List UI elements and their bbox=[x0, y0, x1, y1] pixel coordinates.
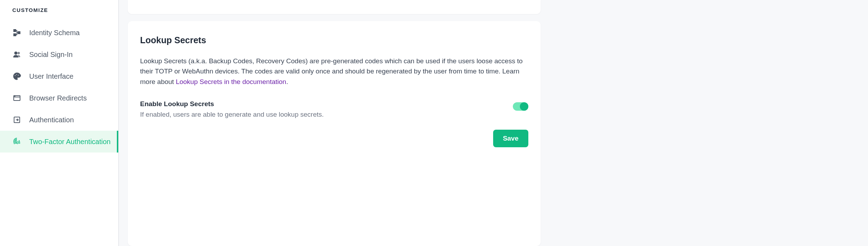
svg-rect-2 bbox=[18, 32, 20, 34]
lookup-secrets-card: Lookup Secrets Lookup Secrets (a.k.a. Ba… bbox=[128, 21, 541, 246]
sidebar-section-header: CUSTOMIZE bbox=[0, 4, 118, 22]
svg-point-4 bbox=[18, 52, 20, 54]
sidebar-item-identity-schema[interactable]: Identity Schema bbox=[0, 22, 118, 44]
sidebar-item-authentication[interactable]: Authentication bbox=[0, 109, 118, 131]
fingerprint-icon bbox=[12, 137, 21, 146]
sidebar-item-social-signin[interactable]: Social Sign-In bbox=[0, 44, 118, 65]
sidebar-item-label: User Interface bbox=[29, 72, 74, 80]
docs-link[interactable]: Lookup Secrets in the documentation bbox=[176, 78, 286, 85]
svg-point-7 bbox=[18, 75, 19, 76]
sidebar-item-label: Identity Schema bbox=[29, 29, 80, 37]
palette-icon bbox=[12, 72, 21, 81]
previous-card-edge bbox=[128, 0, 541, 14]
svg-point-3 bbox=[14, 52, 17, 54]
enable-lookup-setting: Enable Lookup Secrets If enabled, users … bbox=[140, 100, 528, 118]
sidebar-item-label: Social Sign-In bbox=[29, 51, 73, 59]
sidebar-item-label: Authentication bbox=[29, 116, 74, 124]
card-title: Lookup Secrets bbox=[140, 35, 528, 45]
right-gutter bbox=[549, 0, 868, 246]
svg-rect-1 bbox=[14, 34, 16, 36]
sidebar-item-user-interface[interactable]: User Interface bbox=[0, 65, 118, 87]
svg-point-5 bbox=[15, 75, 16, 76]
enable-lookup-toggle[interactable] bbox=[513, 102, 528, 111]
svg-point-9 bbox=[15, 96, 15, 97]
people-icon bbox=[12, 50, 21, 59]
sidebar: CUSTOMIZE Identity Schema Social Sign-In… bbox=[0, 0, 119, 246]
desc-text-end: . bbox=[286, 78, 288, 85]
setting-label: Enable Lookup Secrets bbox=[140, 100, 324, 108]
sidebar-item-browser-redirects[interactable]: Browser Redirects bbox=[0, 87, 118, 109]
main-content: Lookup Secrets Lookup Secrets (a.k.a. Ba… bbox=[119, 0, 549, 246]
svg-point-6 bbox=[16, 74, 17, 75]
card-actions: Save bbox=[140, 130, 528, 147]
sidebar-item-label: Browser Redirects bbox=[29, 94, 87, 102]
save-button[interactable]: Save bbox=[493, 130, 528, 147]
sidebar-item-label: Two-Factor Authentication bbox=[29, 138, 111, 146]
login-icon bbox=[12, 115, 21, 124]
setting-help: If enabled, users are able to generate a… bbox=[140, 111, 324, 118]
schema-icon bbox=[12, 28, 21, 37]
sidebar-item-two-factor[interactable]: Two-Factor Authentication bbox=[0, 131, 118, 153]
setting-text: Enable Lookup Secrets If enabled, users … bbox=[140, 100, 324, 118]
card-description: Lookup Secrets (a.k.a. Backup Codes, Rec… bbox=[140, 56, 528, 87]
browser-icon bbox=[12, 93, 21, 103]
svg-rect-0 bbox=[14, 30, 16, 32]
